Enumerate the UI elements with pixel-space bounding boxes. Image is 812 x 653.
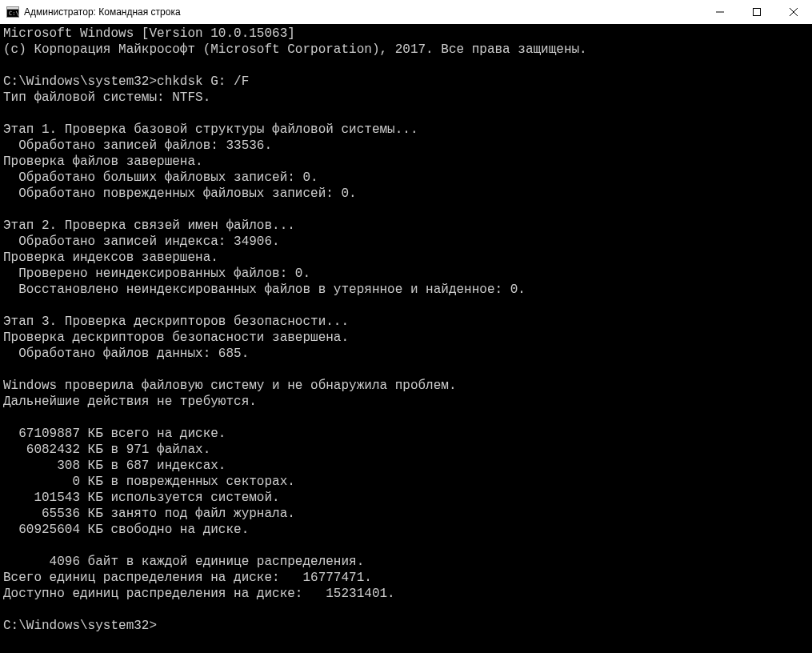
window-title: Администратор: Командная строка <box>24 6 702 18</box>
terminal-line: Обработано больших файловых записей: 0. <box>3 170 809 186</box>
terminal-line: Проверка файлов завершена. <box>3 154 809 170</box>
terminal-line: Доступно единиц распределения на диске: … <box>3 586 809 602</box>
terminal-line: Проверено неиндексированных файлов: 0. <box>3 266 809 282</box>
terminal-line: 65536 КБ занято под файл журнала. <box>3 506 809 522</box>
terminal-line: 60925604 КБ свободно на диске. <box>3 522 809 538</box>
terminal-line <box>3 602 809 618</box>
terminal-line: 6082432 КБ в 971 файлах. <box>3 442 809 458</box>
terminal-line: Проверка дескрипторов безопасности завер… <box>3 330 809 346</box>
terminal-line: Обработано поврежденных файловых записей… <box>3 186 809 202</box>
terminal-line: 0 КБ в поврежденных секторах. <box>3 474 809 490</box>
app-icon: C:\ <box>6 6 19 18</box>
command-prompt-window: C:\ Администратор: Командная строка Micr… <box>0 0 812 653</box>
terminal-line: 308 КБ в 687 индексах. <box>3 458 809 474</box>
terminal-line <box>3 538 809 554</box>
svg-rect-1 <box>7 7 19 10</box>
close-button[interactable] <box>775 0 812 24</box>
terminal-line: Windows проверила файловую систему и не … <box>3 378 809 394</box>
terminal-line: Этап 3. Проверка дескрипторов безопаснос… <box>3 314 809 330</box>
terminal-line: Всего единиц распределения на диске: 167… <box>3 570 809 586</box>
terminal-line: Обработано записей файлов: 33536. <box>3 138 809 154</box>
minimize-button[interactable] <box>702 0 738 24</box>
terminal-line: Дальнейшие действия не требуются. <box>3 394 809 410</box>
terminal-line: Восстановлено неиндексированных файлов в… <box>3 282 809 298</box>
window-buttons <box>702 0 812 24</box>
terminal-line <box>3 298 809 314</box>
terminal-line: Этап 2. Проверка связей имен файлов... <box>3 218 809 234</box>
terminal-line <box>3 202 809 218</box>
terminal-line <box>3 410 809 426</box>
terminal-output[interactable]: Microsoft Windows [Version 10.0.15063](c… <box>0 24 812 653</box>
svg-text:C:\: C:\ <box>9 10 19 17</box>
terminal-line <box>3 58 809 74</box>
terminal-line: Обработано файлов данных: 685. <box>3 346 809 362</box>
terminal-line: Тип файловой системы: NTFS. <box>3 90 809 106</box>
terminal-line: 67109887 КБ всего на диске. <box>3 426 809 442</box>
terminal-line: 4096 байт в каждой единице распределения… <box>3 554 809 570</box>
terminal-line: C:\Windows\system32> <box>3 618 809 634</box>
titlebar[interactable]: C:\ Администратор: Командная строка <box>0 0 812 24</box>
maximize-button[interactable] <box>738 0 775 24</box>
terminal-line: Microsoft Windows [Version 10.0.15063] <box>3 26 809 42</box>
terminal-line: Проверка индексов завершена. <box>3 250 809 266</box>
terminal-line: 101543 КБ используется системой. <box>3 490 809 506</box>
terminal-line <box>3 106 809 122</box>
terminal-line: Обработано записей индекса: 34906. <box>3 234 809 250</box>
terminal-line: (c) Корпорация Майкрософт (Microsoft Cor… <box>3 42 809 58</box>
terminal-line: Этап 1. Проверка базовой структуры файло… <box>3 122 809 138</box>
terminal-line <box>3 362 809 378</box>
terminal-line: C:\Windows\system32>chkdsk G: /F <box>3 74 809 90</box>
svg-rect-4 <box>754 9 761 16</box>
